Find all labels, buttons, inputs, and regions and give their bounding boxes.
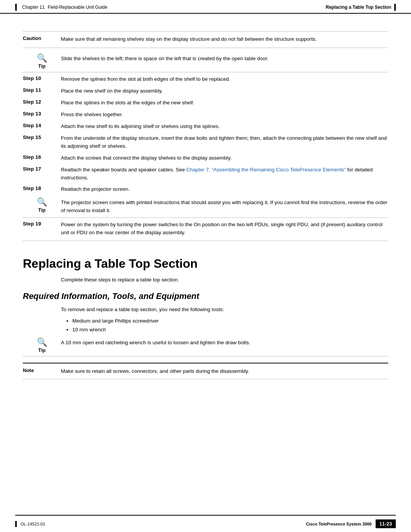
note-label: Note	[23, 367, 61, 375]
tip3-label: Tip	[38, 347, 45, 353]
header-bar	[15, 4, 17, 11]
footer-left: OL-14521-01	[15, 521, 45, 527]
step-18-label: Step 18	[23, 185, 61, 193]
header-left: Chapter 11 Field-Replaceable Unit Guide	[15, 4, 107, 11]
note-text: Make sure to retain all screws, connecto…	[61, 367, 249, 375]
footer-doc-number: OL-14521-01	[21, 522, 45, 526]
subsection-title: Required Information, Tools, and Equipme…	[23, 291, 388, 301]
step-11-text: Place the new shelf on the display assem…	[61, 87, 163, 95]
tip2-label: Tip	[38, 207, 45, 213]
step-10-label: Step 10	[23, 75, 61, 83]
tip1-icon: 🔍	[37, 54, 47, 62]
step-19: Step 19 Power on the system by turning t…	[23, 221, 388, 241]
step-13-text: Press the shelves together.	[61, 111, 123, 119]
step-11-label: Step 11	[23, 87, 61, 95]
step-12-text: Place the splines in the slots at the ed…	[61, 99, 194, 107]
step-19-label: Step 19	[23, 221, 61, 237]
step-17-label: Step 17	[23, 166, 61, 182]
tip2-icon-col: 🔍 Tip	[23, 198, 61, 213]
header-right: Replacing a Table Top Section	[326, 4, 396, 11]
tip3-text: A 10 mm open end ratcheting wrench is us…	[61, 338, 250, 347]
footer-right: Cisco TelePresence System 3000 11-23	[306, 519, 396, 528]
step-17-link[interactable]: Chapter 7, “Assembling the Remaining Cis…	[186, 167, 346, 173]
header-section-title: Replacing a Table Top Section	[326, 5, 391, 10]
main-content: Caution Make sure that all remaining she…	[0, 14, 411, 397]
step-15-label: Step 15	[23, 134, 61, 150]
step-18: Step 18 Reattach the projector screen.	[23, 185, 388, 195]
step-18-text: Reattach the projector screen.	[61, 185, 130, 193]
step-14: Step 14 Attach the new shelf to its adjo…	[23, 123, 388, 132]
subsection-intro: To remove and replace a table top sectio…	[61, 306, 388, 313]
tip3-icon-col: 🔍 Tip	[23, 338, 61, 353]
step-16-text: Attach the screws that connect the displ…	[61, 154, 231, 162]
step-13: Step 13 Press the shelves together.	[23, 111, 388, 120]
tip2-block: 🔍 Tip The projector screen comes with pr…	[23, 198, 388, 218]
tip1-icon-col: 🔍 Tip	[23, 54, 61, 69]
tip3-icon: 🔍	[37, 338, 47, 347]
chapter-title: Field-Replaceable Unit Guide	[48, 5, 107, 10]
step-14-label: Step 14	[23, 123, 61, 131]
section-intro: Complete these steps to replace a table …	[61, 276, 388, 284]
step-12-label: Step 12	[23, 99, 61, 107]
section-title: Replacing a Table Top Section	[23, 256, 388, 271]
list-item: 10 mm wrench	[72, 326, 388, 334]
tools-list: Medium and large Phillips screwdriver 10…	[72, 317, 388, 334]
page-header: Chapter 11 Field-Replaceable Unit Guide …	[0, 0, 411, 14]
tip1-block: 🔍 Tip Slide the shelves to the left; the…	[23, 54, 388, 72]
step-16: Step 16 Attach the screws that connect t…	[23, 154, 388, 164]
tip1-text: Slide the shelves to the left; there is …	[61, 54, 269, 62]
caution-text: Make sure that all remaining shelves sta…	[61, 35, 317, 43]
step-16-label: Step 16	[23, 154, 61, 162]
step-11: Step 11 Place the new shelf on the displ…	[23, 87, 388, 97]
step-15: Step 15 From the underside of the displa…	[23, 134, 388, 152]
step-15-text: From the underside of the display struct…	[61, 134, 388, 150]
tip2-icon: 🔍	[37, 198, 47, 206]
step-10-text: Remove the splines from the slot at both…	[61, 75, 230, 83]
step-19-text: Power on the system by turning the power…	[61, 221, 388, 237]
caution-label: Caution	[23, 35, 61, 43]
footer-bar	[15, 521, 17, 527]
caution-block: Caution Make sure that all remaining she…	[23, 31, 388, 48]
footer-page-badge: 11-23	[376, 519, 396, 528]
step-14-text: Attach the new shelf to its adjoining sh…	[61, 123, 220, 131]
tip3-block: 🔍 Tip A 10 mm open end ratcheting wrench…	[23, 338, 388, 356]
page-footer: OL-14521-01 Cisco TelePresence System 30…	[15, 515, 396, 532]
footer-product: Cisco TelePresence System 3000	[306, 522, 372, 526]
chapter-label: Chapter 11	[22, 5, 45, 10]
step-13-label: Step 13	[23, 111, 61, 119]
step-10: Step 10 Remove the splines from the slot…	[23, 75, 388, 85]
step-17-text: Reattach the speaker boards and speaker …	[61, 166, 388, 182]
list-item: Medium and large Phillips screwdriver	[72, 317, 388, 326]
step-12: Step 12 Place the splines in the slots a…	[23, 99, 388, 109]
tip2-text: The projector screen comes with printed …	[61, 198, 388, 214]
header-bar-right	[394, 4, 396, 11]
step-17: Step 17 Reattach the speaker boards and …	[23, 166, 388, 184]
note-block: Note Make sure to retain all screws, con…	[23, 363, 388, 379]
tip1-label: Tip	[38, 63, 45, 69]
